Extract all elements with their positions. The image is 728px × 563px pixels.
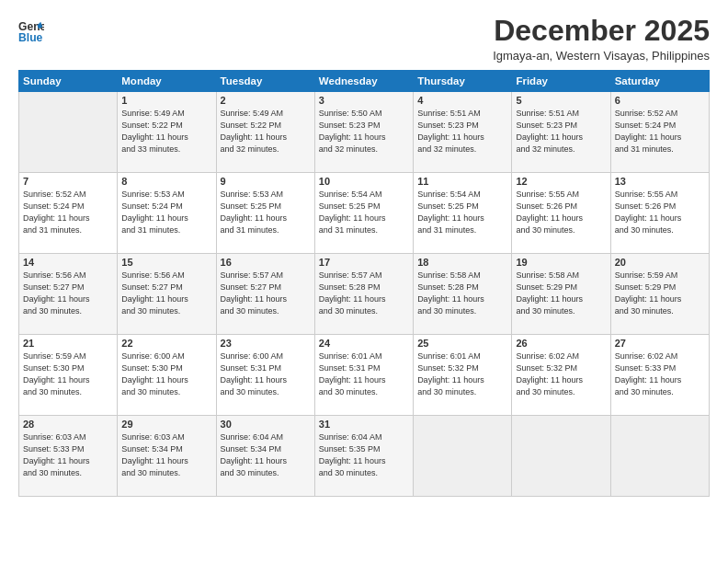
day-number: 13 <box>615 176 705 187</box>
day-number: 14 <box>23 257 113 268</box>
table-row: 9Sunrise: 5:53 AMSunset: 5:25 PMDaylight… <box>216 173 314 254</box>
table-row <box>19 92 118 173</box>
day-info: Sunrise: 6:00 AMSunset: 5:31 PMDaylight:… <box>221 350 311 398</box>
table-row: 3Sunrise: 5:50 AMSunset: 5:23 PMDaylight… <box>314 92 413 173</box>
day-number: 9 <box>221 176 311 187</box>
calendar-header-row: Sunday Monday Tuesday Wednesday Thursday… <box>19 71 710 92</box>
day-number: 23 <box>221 338 311 349</box>
day-info: Sunrise: 5:59 AMSunset: 5:30 PMDaylight:… <box>23 350 113 398</box>
day-info: Sunrise: 5:56 AMSunset: 5:27 PMDaylight:… <box>121 270 211 317</box>
day-info: Sunrise: 5:49 AMSunset: 5:22 PMDaylight:… <box>121 108 211 155</box>
table-row: 20Sunrise: 5:59 AMSunset: 5:29 PMDayligh… <box>610 254 709 335</box>
header: General Blue December 2025 Igmaya-an, We… <box>18 15 710 63</box>
svg-text:Blue: Blue <box>18 31 43 44</box>
table-row: 29Sunrise: 6:03 AMSunset: 5:34 PMDayligh… <box>118 416 216 497</box>
day-number: 7 <box>23 176 113 187</box>
logo: General Blue <box>18 18 46 44</box>
day-number: 25 <box>417 338 507 349</box>
table-row: 17Sunrise: 5:57 AMSunset: 5:28 PMDayligh… <box>314 254 413 335</box>
day-number: 29 <box>121 419 211 430</box>
day-info: Sunrise: 6:04 AMSunset: 5:35 PMDaylight:… <box>319 431 409 479</box>
day-info: Sunrise: 5:54 AMSunset: 5:25 PMDaylight:… <box>417 189 507 236</box>
day-info: Sunrise: 5:53 AMSunset: 5:24 PMDaylight:… <box>121 189 211 236</box>
table-row: 25Sunrise: 6:01 AMSunset: 5:32 PMDayligh… <box>414 335 512 416</box>
day-info: Sunrise: 5:55 AMSunset: 5:26 PMDaylight:… <box>615 189 705 236</box>
month-title: December 2025 <box>493 15 710 47</box>
day-number: 3 <box>319 95 409 106</box>
day-info: Sunrise: 5:58 AMSunset: 5:29 PMDaylight:… <box>516 270 606 317</box>
calendar-week-row: 28Sunrise: 6:03 AMSunset: 5:33 PMDayligh… <box>19 416 710 497</box>
day-number: 1 <box>121 95 211 106</box>
table-row: 22Sunrise: 6:00 AMSunset: 5:30 PMDayligh… <box>118 335 216 416</box>
day-number: 5 <box>516 95 606 106</box>
table-row <box>610 416 709 497</box>
col-tuesday: Tuesday <box>216 71 314 92</box>
calendar-table: Sunday Monday Tuesday Wednesday Thursday… <box>18 70 710 497</box>
day-info: Sunrise: 5:57 AMSunset: 5:28 PMDaylight:… <box>319 270 409 317</box>
table-row: 6Sunrise: 5:52 AMSunset: 5:24 PMDaylight… <box>610 92 709 173</box>
day-number: 8 <box>121 176 211 187</box>
day-info: Sunrise: 5:51 AMSunset: 5:23 PMDaylight:… <box>516 108 606 155</box>
col-wednesday: Wednesday <box>314 71 413 92</box>
day-number: 2 <box>221 95 311 106</box>
table-row <box>512 416 610 497</box>
table-row: 1Sunrise: 5:49 AMSunset: 5:22 PMDaylight… <box>118 92 216 173</box>
table-row: 19Sunrise: 5:58 AMSunset: 5:29 PMDayligh… <box>512 254 610 335</box>
table-row: 21Sunrise: 5:59 AMSunset: 5:30 PMDayligh… <box>19 335 118 416</box>
day-number: 19 <box>516 257 606 268</box>
day-info: Sunrise: 6:01 AMSunset: 5:31 PMDaylight:… <box>319 350 409 398</box>
table-row: 11Sunrise: 5:54 AMSunset: 5:25 PMDayligh… <box>414 173 512 254</box>
day-info: Sunrise: 5:57 AMSunset: 5:27 PMDaylight:… <box>221 270 311 317</box>
page: General Blue December 2025 Igmaya-an, We… <box>0 0 728 563</box>
day-number: 17 <box>319 257 409 268</box>
day-info: Sunrise: 5:51 AMSunset: 5:23 PMDaylight:… <box>417 108 507 155</box>
day-number: 27 <box>615 338 705 349</box>
day-info: Sunrise: 5:54 AMSunset: 5:25 PMDaylight:… <box>319 189 409 236</box>
day-number: 18 <box>417 257 507 268</box>
table-row: 18Sunrise: 5:58 AMSunset: 5:28 PMDayligh… <box>414 254 512 335</box>
table-row: 10Sunrise: 5:54 AMSunset: 5:25 PMDayligh… <box>314 173 413 254</box>
table-row: 8Sunrise: 5:53 AMSunset: 5:24 PMDaylight… <box>118 173 216 254</box>
day-number: 20 <box>615 257 705 268</box>
day-number: 31 <box>319 419 409 430</box>
day-info: Sunrise: 5:52 AMSunset: 5:24 PMDaylight:… <box>615 108 705 155</box>
day-info: Sunrise: 5:55 AMSunset: 5:26 PMDaylight:… <box>516 189 606 236</box>
col-monday: Monday <box>118 71 216 92</box>
logo-icon: General Blue <box>18 18 44 44</box>
table-row: 2Sunrise: 5:49 AMSunset: 5:22 PMDaylight… <box>216 92 314 173</box>
table-row: 24Sunrise: 6:01 AMSunset: 5:31 PMDayligh… <box>314 335 413 416</box>
table-row: 15Sunrise: 5:56 AMSunset: 5:27 PMDayligh… <box>118 254 216 335</box>
day-number: 15 <box>121 257 211 268</box>
table-row: 14Sunrise: 5:56 AMSunset: 5:27 PMDayligh… <box>19 254 118 335</box>
calendar-week-row: 1Sunrise: 5:49 AMSunset: 5:22 PMDaylight… <box>19 92 710 173</box>
col-thursday: Thursday <box>414 71 512 92</box>
day-number: 30 <box>221 419 311 430</box>
day-info: Sunrise: 5:53 AMSunset: 5:25 PMDaylight:… <box>221 189 311 236</box>
day-info: Sunrise: 5:56 AMSunset: 5:27 PMDaylight:… <box>23 270 113 317</box>
day-info: Sunrise: 5:49 AMSunset: 5:22 PMDaylight:… <box>221 108 311 155</box>
day-info: Sunrise: 5:50 AMSunset: 5:23 PMDaylight:… <box>319 108 409 155</box>
day-number: 21 <box>23 338 113 349</box>
day-number: 10 <box>319 176 409 187</box>
subtitle: Igmaya-an, Western Visayas, Philippines <box>493 49 710 63</box>
table-row: 13Sunrise: 5:55 AMSunset: 5:26 PMDayligh… <box>610 173 709 254</box>
day-info: Sunrise: 6:00 AMSunset: 5:30 PMDaylight:… <box>121 350 211 398</box>
table-row: 28Sunrise: 6:03 AMSunset: 5:33 PMDayligh… <box>19 416 118 497</box>
col-friday: Friday <box>512 71 610 92</box>
col-saturday: Saturday <box>610 71 709 92</box>
day-number: 4 <box>417 95 507 106</box>
table-row: 7Sunrise: 5:52 AMSunset: 5:24 PMDaylight… <box>19 173 118 254</box>
day-info: Sunrise: 5:58 AMSunset: 5:28 PMDaylight:… <box>417 270 507 317</box>
day-info: Sunrise: 6:02 AMSunset: 5:33 PMDaylight:… <box>615 350 705 398</box>
calendar-week-row: 7Sunrise: 5:52 AMSunset: 5:24 PMDaylight… <box>19 173 710 254</box>
table-row: 27Sunrise: 6:02 AMSunset: 5:33 PMDayligh… <box>610 335 709 416</box>
calendar-week-row: 14Sunrise: 5:56 AMSunset: 5:27 PMDayligh… <box>19 254 710 335</box>
day-info: Sunrise: 5:52 AMSunset: 5:24 PMDaylight:… <box>23 189 113 236</box>
table-row: 30Sunrise: 6:04 AMSunset: 5:34 PMDayligh… <box>216 416 314 497</box>
day-info: Sunrise: 6:03 AMSunset: 5:33 PMDaylight:… <box>23 431 113 479</box>
table-row: 16Sunrise: 5:57 AMSunset: 5:27 PMDayligh… <box>216 254 314 335</box>
day-number: 22 <box>121 338 211 349</box>
calendar-week-row: 21Sunrise: 5:59 AMSunset: 5:30 PMDayligh… <box>19 335 710 416</box>
title-block: December 2025 Igmaya-an, Western Visayas… <box>493 15 710 63</box>
table-row: 5Sunrise: 5:51 AMSunset: 5:23 PMDaylight… <box>512 92 610 173</box>
